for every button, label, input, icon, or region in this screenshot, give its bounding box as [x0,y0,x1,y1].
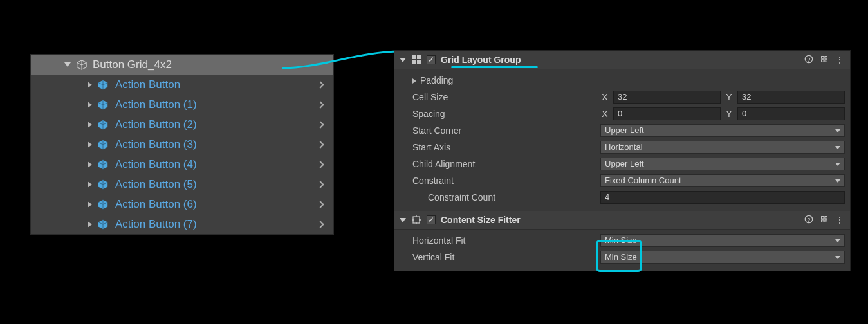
property-label: Child Alignment [410,159,596,169]
hierarchy-item-child[interactable]: Action Button (5) [31,174,333,194]
property-label: Start Corner [410,125,596,136]
foldout-closed-icon[interactable] [88,102,92,108]
chevron-right-icon[interactable] [317,161,324,168]
foldout-closed-icon[interactable] [88,141,92,148]
property-constraint-count: Constraint Count 4 [410,189,845,206]
foldout-open-icon[interactable] [64,62,71,67]
help-icon[interactable]: ? [804,215,813,224]
inspector-panel: ✓ Grid Layout Group ? ⋮ Padding Cell Siz… [394,50,851,271]
property-start-corner: Start Corner Upper Left [410,122,845,139]
hierarchy-item-label: Action Button (1) [115,98,318,111]
prefab-icon [97,79,109,91]
property-cell-size: Cell Size X 32 Y 32 [410,89,845,105]
prefab-icon [97,219,109,230]
svg-rect-0 [412,55,416,59]
property-label: Constraint [410,176,596,186]
start-corner-dropdown[interactable]: Upper Left [600,124,845,137]
hierarchy-panel: Button Grid_4x2 Action Button Action But… [30,54,334,235]
prefab-icon [97,99,109,111]
svg-rect-3 [417,60,421,64]
chevron-right-icon[interactable] [317,181,324,188]
annotation-highlight-box [596,240,642,272]
property-label: Constraint Count [410,192,596,203]
property-label: Start Axis [410,142,596,152]
component-body-grid-layout-group: Padding Cell Size X 32 Y 32 Spacing X 0 … [394,69,850,211]
hierarchy-item-label: Action Button (7) [115,218,318,231]
property-child-alignment: Child Alignment Upper Left [410,156,845,172]
start-axis-dropdown[interactable]: Horizontal [600,141,845,154]
axis-label-y: Y [725,109,734,119]
property-label: Spacing [410,109,596,119]
component-title: Grid Layout Group [441,55,799,65]
property-constraint: Constraint Fixed Column Count [410,172,845,189]
prefab-icon [97,139,109,150]
content-size-fitter-icon [411,215,421,225]
context-menu-icon[interactable]: ⋮ [835,215,845,225]
cell-size-x-field[interactable]: 32 [613,91,721,104]
constraint-count-field[interactable]: 4 [600,191,845,204]
presets-icon[interactable] [820,55,829,64]
chevron-right-icon[interactable] [317,81,324,88]
axis-label-y: Y [725,92,734,102]
hierarchy-item-child[interactable]: Action Button (2) [31,114,333,134]
constraint-dropdown[interactable]: Fixed Column Count [600,174,845,187]
property-label: Vertical Fit [410,252,596,262]
property-label: Cell Size [410,92,596,102]
component-title: Content Size Fitter [441,215,799,225]
context-menu-icon[interactable]: ⋮ [835,55,845,65]
property-label: Padding [410,75,596,86]
hierarchy-item-label: Action Button (5) [115,178,318,191]
hierarchy-item-label: Action Button (6) [115,198,318,211]
axis-label-x: X [600,92,609,102]
axis-label-x: X [600,109,609,119]
property-label: Horizontal Fit [410,235,596,246]
hierarchy-item-parent[interactable]: Button Grid_4x2 [31,55,333,75]
component-enable-checkbox[interactable]: ✓ [427,55,436,64]
foldout-open-icon[interactable] [400,218,406,222]
child-alignment-dropdown[interactable]: Upper Left [600,158,845,170]
foldout-closed-icon[interactable] [88,82,92,88]
prefab-icon [97,179,109,190]
component-header-content-size-fitter[interactable]: ✓ Content Size Fitter ? ⋮ [394,211,850,230]
foldout-closed-icon[interactable] [88,122,92,128]
chevron-right-icon[interactable] [317,101,324,108]
hierarchy-item-child[interactable]: Action Button (3) [31,134,333,154]
chevron-right-icon[interactable] [317,141,324,148]
property-start-axis: Start Axis Horizontal [410,139,845,156]
hierarchy-item-child[interactable]: Action Button (7) [31,214,333,234]
gameobject-outline-icon [76,59,88,71]
chevron-right-icon[interactable] [317,201,324,208]
hierarchy-item-label: Action Button [115,78,318,91]
component-enable-checkbox[interactable]: ✓ [427,215,436,224]
prefab-icon [97,159,109,170]
prefab-icon [97,119,109,130]
prefab-icon [97,199,109,210]
property-spacing: Spacing X 0 Y 0 [410,105,845,122]
property-padding[interactable]: Padding [410,72,845,89]
foldout-open-icon[interactable] [400,58,406,62]
chevron-right-icon[interactable] [317,221,324,228]
foldout-closed-icon[interactable] [88,161,92,168]
presets-icon[interactable] [820,215,829,224]
hierarchy-item-child[interactable]: Action Button (4) [31,154,333,174]
svg-text:?: ? [808,217,811,223]
spacing-y-field[interactable]: 0 [737,107,845,120]
svg-rect-2 [412,60,416,64]
foldout-closed-icon[interactable] [88,221,92,228]
hierarchy-item-child[interactable]: Action Button [31,75,333,94]
cell-size-y-field[interactable]: 32 [737,91,845,104]
svg-text:?: ? [808,57,811,63]
hierarchy-item-child[interactable]: Action Button (6) [31,194,333,214]
grid-layout-group-icon [411,55,421,65]
foldout-closed-icon[interactable] [88,201,92,208]
hierarchy-item-child[interactable]: Action Button (1) [31,94,333,114]
hierarchy-item-label: Button Grid_4x2 [93,59,329,71]
help-icon[interactable]: ? [804,55,813,64]
hierarchy-item-label: Action Button (3) [115,138,318,151]
chevron-right-icon[interactable] [317,121,324,128]
spacing-x-field[interactable]: 0 [613,107,721,120]
hierarchy-item-label: Action Button (2) [115,118,318,131]
svg-rect-1 [417,55,421,59]
hierarchy-item-label: Action Button (4) [115,158,318,171]
foldout-closed-icon[interactable] [88,181,92,188]
